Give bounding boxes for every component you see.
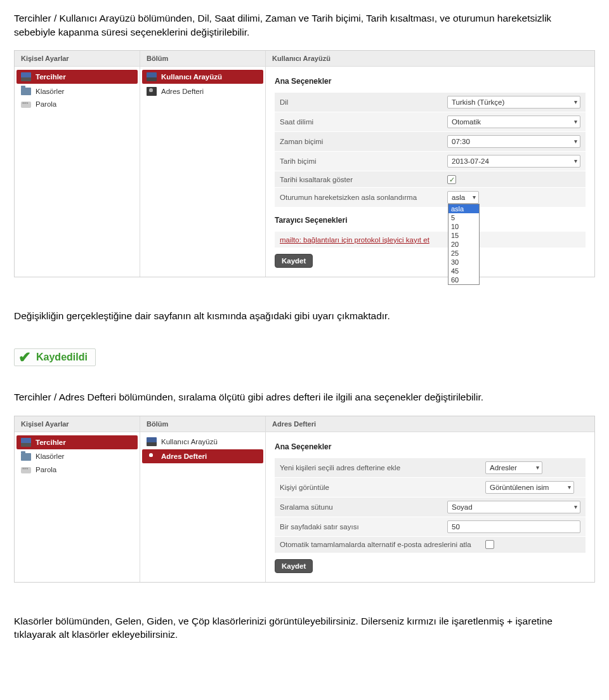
row-timezone: Saat dilimi Otomatik <box>275 112 586 131</box>
row-skip-alt-email: Otomatik tamamlamalarda alternatif e-pos… <box>275 536 586 553</box>
label-add-to-book: Yeni kişileri seçili adres defterine ekl… <box>280 464 400 472</box>
sidebar-item-label: Tercihler <box>36 73 66 81</box>
dropdown-option[interactable]: 20 <box>449 240 479 249</box>
dropdown-option[interactable]: 45 <box>449 267 479 275</box>
row-idle-logout: Oturumun hareketsizken asla sonlandırma … <box>275 187 586 207</box>
person-icon <box>147 452 157 461</box>
sidebar-col-section: Bölüm Kullanıcı Arayüzü Adres Defteri <box>140 51 266 277</box>
row-pagesize: Bir sayfadaki satır sayısı 50 <box>275 517 586 536</box>
sidebar-item-tercihler[interactable]: Tercihler <box>16 435 138 449</box>
select-language[interactable]: Turkish (Türkçe) <box>447 96 580 109</box>
label-pagesize: Bir sayfadaki satır sayısı <box>280 523 359 531</box>
dropdown-option[interactable]: asla <box>449 204 479 213</box>
section-item-label: Adres Defteri <box>161 88 204 95</box>
screen-icon <box>147 437 157 446</box>
select-idle-logout[interactable]: asla asla 5 10 15 20 25 30 45 60 <box>447 191 479 204</box>
sidebar-item-label: Parola <box>36 100 56 108</box>
document-paragraph-1: Tercihler / Kullanıcı Arayüzü bölümünden… <box>14 11 595 39</box>
section-item-ui[interactable]: Kullanıcı Arayüzü <box>142 70 263 84</box>
dropdown-option[interactable]: 15 <box>449 231 479 240</box>
saved-confirmation: ✔ Kaydedildi <box>14 348 96 366</box>
sidebar-item-label: Klasörler <box>36 88 64 95</box>
dropdown-option[interactable]: 5 <box>449 213 479 222</box>
settings-main-title: Adres Defteri <box>266 416 594 432</box>
sidebar-item-tercihler[interactable]: Tercihler <box>16 70 138 84</box>
row-dateformat: Tarih biçimi 2013-07-24 <box>275 151 586 171</box>
document-paragraph-4: Klasörler bölümünden, Gelen, Giden, ve Ç… <box>14 614 595 642</box>
section-title: Bölüm <box>140 51 265 67</box>
dropdown-option[interactable]: 30 <box>449 258 479 267</box>
select-timezone[interactable]: Otomatik <box>447 116 580 128</box>
save-button[interactable]: Kaydet <box>275 559 313 573</box>
label-shortdate: Tarihi kısaltarak göster <box>280 176 353 183</box>
settings-main: Kullanıcı Arayüzü Ana Seçenekler Dil Tur… <box>266 51 594 277</box>
sidebar-title: Kişisel Ayarlar <box>15 51 140 67</box>
label-display-contact: Kişiyi görüntüle <box>280 484 329 491</box>
browser-options-heading: Tarayıcı Seçenekleri <box>275 211 586 231</box>
section-item-addressbook[interactable]: Adres Defteri <box>142 449 263 463</box>
sidebar-item-label: Tercihler <box>36 439 66 446</box>
sidebar-item-parola[interactable]: Parola <box>15 98 140 110</box>
row-timeformat: Zaman biçimi 07:30 <box>275 131 586 151</box>
person-icon <box>147 87 157 96</box>
key-icon <box>21 102 31 108</box>
label-language: Dil <box>280 98 288 106</box>
document-paragraph-3: Tercihler / Adres Defteri bölümünden, sı… <box>14 390 595 404</box>
checkbox-skip-alt-email[interactable] <box>485 540 494 549</box>
screen-icon <box>147 72 157 81</box>
input-pagesize[interactable]: 50 <box>447 520 580 533</box>
sidebar-col-section: Bölüm Kullanıcı Arayüzü Adres Defteri <box>140 416 266 582</box>
select-add-to-book[interactable]: Adresler <box>485 461 542 474</box>
sidebar-col-personal: Kişisel Ayarlar Tercihler Klasörler Paro… <box>15 416 140 582</box>
sidebar-item-parola[interactable]: Parola <box>15 463 140 476</box>
label-skip-alt-email: Otomatik tamamlamalarda alternatif e-pos… <box>280 541 471 548</box>
row-shortdate: Tarihi kısaltarak göster <box>275 171 586 187</box>
main-options-heading: Ana Seçenekler <box>275 437 586 458</box>
section-item-label: Kullanıcı Arayüzü <box>161 73 222 81</box>
folder-icon <box>21 88 31 95</box>
sidebar-col-personal: Kişisel Ayarlar Tercihler Klasörler Paro… <box>15 51 140 277</box>
link-register-mailto[interactable]: mailto: bağlantıları için protokol işley… <box>280 236 429 244</box>
select-display-contact[interactable]: Görüntülenen isim <box>485 481 574 494</box>
settings-panel-ui: Kişisel Ayarlar Tercihler Klasörler Paro… <box>14 50 595 277</box>
select-dateformat[interactable]: 2013-07-24 <box>447 155 580 168</box>
sidebar-title: Kişisel Ayarlar <box>15 416 140 432</box>
check-icon: ✔ <box>18 352 31 363</box>
select-sort-column[interactable]: Soyad <box>447 501 580 513</box>
settings-main: Adres Defteri Ana Seçenekler Yeni kişile… <box>266 416 594 582</box>
settings-panel-addressbook: Kişisel Ayarlar Tercihler Klasörler Paro… <box>14 416 595 583</box>
select-timeformat[interactable]: 07:30 <box>447 135 580 148</box>
section-item-addressbook[interactable]: Adres Defteri <box>140 84 265 98</box>
settings-main-title: Kullanıcı Arayüzü <box>266 51 594 67</box>
row-display-contact: Kişiyi görüntüle Görüntülenen isim <box>275 477 586 497</box>
preferences-icon <box>21 72 31 81</box>
section-item-ui[interactable]: Kullanıcı Arayüzü <box>140 435 265 449</box>
sidebar-item-klasorler[interactable]: Klasörler <box>15 450 140 463</box>
dropdown-option[interactable]: 25 <box>449 249 479 258</box>
saved-text: Kaydedildi <box>36 352 88 363</box>
preferences-icon <box>21 438 31 447</box>
folder-icon <box>21 453 31 461</box>
row-sort-column: Sıralama sütunu Soyad <box>275 497 586 517</box>
sidebar-item-label: Klasörler <box>36 452 64 460</box>
row-mailto-handler: mailto: bağlantıları için protokol işley… <box>275 231 586 248</box>
row-language: Dil Turkish (Türkçe) <box>275 92 586 112</box>
label-sort-column: Sıralama sütunu <box>280 503 333 511</box>
row-add-to-book: Yeni kişileri seçili adres defterine ekl… <box>275 458 586 477</box>
dropdown-option[interactable]: 60 <box>449 275 479 284</box>
label-timezone: Saat dilimi <box>280 118 313 126</box>
label-idle-logout: Oturumun hareketsizken asla sonlandırma <box>280 194 417 201</box>
sidebar-item-klasorler[interactable]: Klasörler <box>15 84 140 98</box>
save-button[interactable]: Kaydet <box>275 254 313 268</box>
sidebar-item-label: Parola <box>36 466 56 473</box>
main-options-heading: Ana Seçenekler <box>275 72 586 92</box>
section-title: Bölüm <box>140 416 265 432</box>
section-item-label: Kullanıcı Arayüzü <box>161 438 218 446</box>
key-icon <box>21 467 31 473</box>
label-timeformat: Zaman biçimi <box>280 138 323 145</box>
dropdown-options[interactable]: asla 5 10 15 20 25 30 45 60 <box>448 204 480 285</box>
checkbox-shortdate[interactable] <box>447 175 456 184</box>
document-paragraph-2: Değişikliğin gerçekleştiğine dair sayfan… <box>14 309 595 323</box>
section-item-label: Adres Defteri <box>161 452 207 460</box>
dropdown-option[interactable]: 10 <box>449 222 479 231</box>
